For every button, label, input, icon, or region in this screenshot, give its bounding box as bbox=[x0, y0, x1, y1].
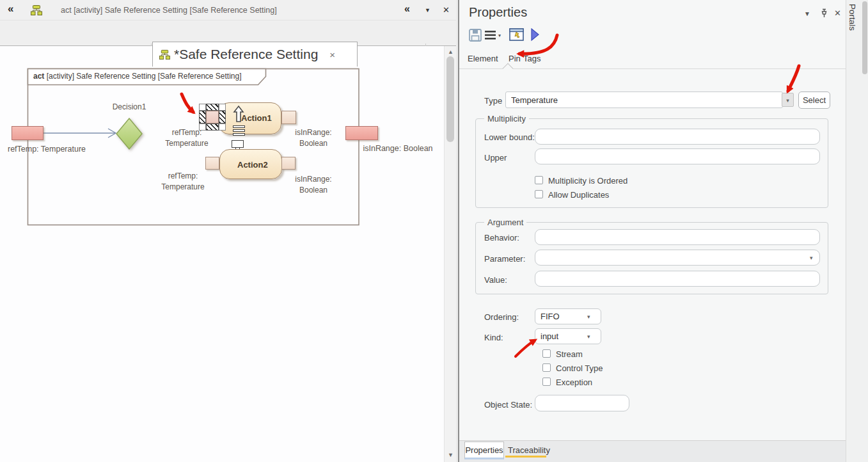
ordering-combo[interactable] bbox=[535, 308, 601, 324]
ordering-label: Ordering: bbox=[484, 312, 519, 322]
selection-handle[interactable] bbox=[219, 104, 226, 111]
parameter-combo[interactable] bbox=[535, 250, 820, 266]
action1-output-pin[interactable] bbox=[281, 111, 296, 124]
tab-safe-reference-setting[interactable]: *Safe Reference Setting × bbox=[152, 42, 358, 67]
upper-input[interactable] bbox=[535, 148, 820, 164]
multiplicity-legend: Multiplicity bbox=[484, 114, 529, 123]
frame-title: act [activity] Safe Reference Setting [S… bbox=[33, 72, 242, 81]
lower-bound-input[interactable] bbox=[535, 129, 820, 145]
decision-node[interactable] bbox=[116, 118, 142, 149]
value-input[interactable] bbox=[535, 271, 820, 287]
multiplicity-ordered-checkbox[interactable] bbox=[535, 176, 543, 184]
frame-title-text: [activity] Safe Reference Setting [Safe … bbox=[44, 72, 241, 81]
portals-scrollbar-thumb[interactable] bbox=[862, 1, 867, 74]
behavior-input[interactable] bbox=[535, 229, 820, 245]
allow-duplicates-checkbox[interactable] bbox=[535, 190, 543, 198]
action1-label: Action1 bbox=[241, 113, 272, 123]
action1-input-pin-selection[interactable] bbox=[199, 104, 226, 131]
kind-combo-arrow-icon[interactable]: ▾ bbox=[587, 333, 590, 340]
application-window: « act [activity] Safe Reference Setting … bbox=[0, 0, 868, 462]
diagram-shapes-layer bbox=[0, 0, 456, 462]
control-type-checkbox[interactable] bbox=[542, 363, 551, 372]
stream-checkbox[interactable] bbox=[542, 349, 551, 358]
active-tab-notch bbox=[503, 63, 514, 74]
exception-checkbox[interactable] bbox=[542, 378, 551, 386]
behavior-label: Behavior: bbox=[484, 233, 519, 243]
parameter-label: Parameter: bbox=[484, 254, 525, 264]
type-input[interactable] bbox=[505, 92, 783, 108]
save-icon[interactable] bbox=[469, 29, 482, 44]
param-left-label: refTemp: Temperature bbox=[2, 144, 91, 155]
kind-label: Kind: bbox=[484, 333, 503, 342]
selection-handle-hatched[interactable] bbox=[219, 111, 226, 123]
bottom-tab-label: Properties bbox=[465, 445, 503, 455]
selection-handle[interactable] bbox=[199, 123, 206, 131]
object-state-input[interactable] bbox=[535, 395, 629, 411]
action1-input-pin-label: refTemp:Temperature bbox=[151, 127, 223, 149]
multiplicity-ordered-label: Multiplicity is Ordered bbox=[548, 176, 627, 186]
exception-label: Exception bbox=[556, 378, 592, 387]
ordering-combo-arrow-icon[interactable]: ▾ bbox=[587, 314, 590, 320]
lower-bound-label: Lower bound: bbox=[484, 132, 535, 142]
tab-label: *Safe Reference Setting bbox=[174, 47, 318, 62]
frame-keyword: act bbox=[33, 72, 44, 81]
action2-input-pin[interactable] bbox=[205, 157, 219, 170]
upper-label: Upper bbox=[484, 153, 507, 163]
hamburger-menu-icon[interactable] bbox=[485, 31, 496, 42]
action2-node[interactable]: Action2 bbox=[219, 149, 282, 179]
default-properties-icon[interactable] bbox=[509, 28, 524, 44]
hamburger-dropdown-icon[interactable]: ▾ bbox=[498, 33, 501, 38]
type-label: Type bbox=[484, 96, 502, 106]
action2-label: Action2 bbox=[237, 160, 268, 170]
selection-handle[interactable] bbox=[199, 104, 206, 111]
run-flag-icon[interactable] bbox=[530, 28, 540, 45]
properties-panel: Properties ▼ ✕ ▾ Element Pin Tags Type ▾ bbox=[459, 0, 846, 462]
tab-tags[interactable]: Tags bbox=[523, 54, 541, 63]
allow-duplicates-label: Allow Duplicates bbox=[548, 190, 609, 200]
param-right-label: isInRange: Boolean bbox=[355, 143, 441, 154]
tab-element[interactable]: Element bbox=[468, 54, 498, 63]
portals-sidebar: Portals bbox=[846, 0, 868, 462]
control-type-label: Control Type bbox=[556, 363, 603, 373]
bottom-tab-traceability[interactable]: Traceability bbox=[508, 445, 550, 455]
autohide-pin-icon[interactable] bbox=[819, 8, 829, 21]
selection-handle[interactable] bbox=[219, 123, 226, 131]
selection-handle-hatched[interactable] bbox=[199, 111, 206, 123]
value-label: Value: bbox=[484, 275, 507, 285]
action2-output-pin-label: isInRange:Boolean bbox=[288, 174, 339, 196]
decision-label: Decision1 bbox=[102, 102, 156, 113]
selection-handle-hatched[interactable] bbox=[206, 104, 219, 111]
tabs-separator bbox=[459, 68, 846, 69]
kind-combo[interactable] bbox=[535, 328, 601, 344]
activity-parameter-node-reftemp[interactable] bbox=[12, 126, 43, 140]
action2-input-pin-label: refTemp:Temperature bbox=[150, 171, 216, 193]
object-state-label: Object State: bbox=[484, 400, 532, 410]
activity-icon bbox=[159, 49, 170, 60]
action1-node[interactable]: Action1 bbox=[219, 102, 281, 134]
panel-title: Properties bbox=[469, 5, 527, 20]
portals-tab[interactable]: Portals bbox=[848, 4, 857, 31]
action1-input-pin[interactable] bbox=[206, 111, 219, 123]
panel-close-icon[interactable]: ✕ bbox=[834, 8, 841, 18]
tab-close-icon[interactable]: × bbox=[329, 49, 335, 60]
traceability-underline bbox=[505, 456, 546, 458]
bottom-tab-properties[interactable]: Properties bbox=[464, 442, 504, 459]
tab-pin[interactable]: Pin bbox=[509, 54, 521, 63]
stream-label: Stream bbox=[556, 349, 583, 359]
panel-menu-icon[interactable]: ▼ bbox=[804, 10, 810, 17]
action2-output-pin[interactable] bbox=[281, 157, 296, 170]
parameter-combo-arrow-icon[interactable]: ▾ bbox=[810, 255, 813, 261]
selection-handle-hatched[interactable] bbox=[206, 123, 219, 131]
type-dropdown-button[interactable]: ▾ bbox=[782, 93, 794, 107]
action1-output-pin-label: isInRange:Boolean bbox=[288, 127, 339, 149]
select-button[interactable]: Select bbox=[798, 92, 830, 109]
argument-legend: Argument bbox=[484, 218, 526, 227]
activity-parameter-node-isinrange[interactable] bbox=[345, 126, 378, 140]
